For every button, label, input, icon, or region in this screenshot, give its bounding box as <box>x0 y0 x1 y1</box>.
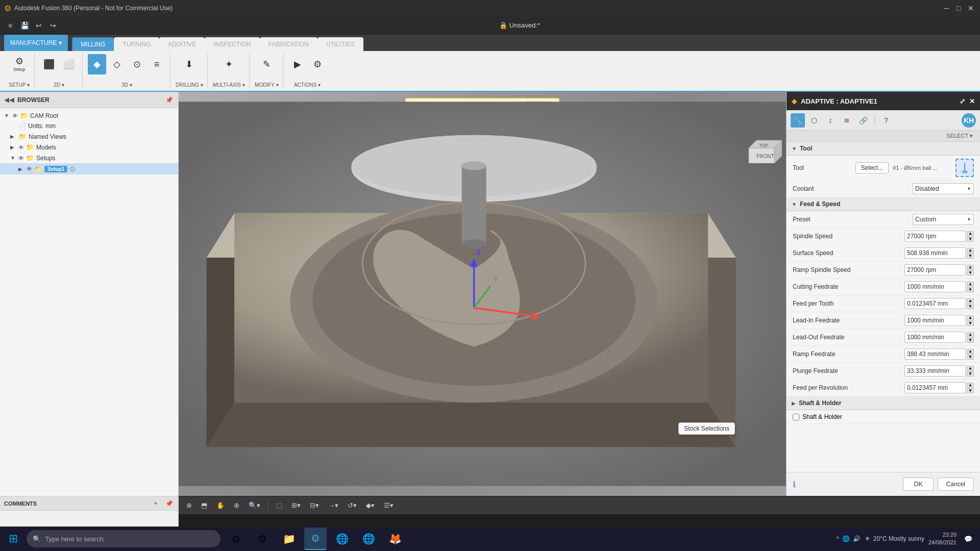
field-input-surfaceSpeed[interactable] <box>904 247 966 259</box>
multiaxis-btn[interactable]: ✦ <box>219 54 238 74</box>
spin-down-cuttingFeedrate[interactable]: ▼ <box>967 287 974 292</box>
spin-up-rampFeedrate[interactable]: ▲ <box>967 349 974 354</box>
3d-pocket-btn[interactable]: ◇ <box>108 54 126 74</box>
preset-dropdown[interactable]: Custom ▼ <box>913 214 974 225</box>
tree-item-cam-root[interactable]: ▼ 👁 📁 CAM Root <box>0 110 178 121</box>
setup-btn[interactable]: ⚙ Setup <box>10 54 29 74</box>
save-button[interactable]: 💾 <box>18 19 31 32</box>
field-input-cuttingFeedrate[interactable] <box>904 281 966 292</box>
passes-tab-btn[interactable]: ≋ <box>840 113 854 128</box>
spin-down-rampSpindleSpeed[interactable]: ▼ <box>967 270 974 276</box>
cancel-button[interactable]: Cancel <box>938 478 974 491</box>
field-input-spindleSpeed[interactable] <box>904 231 966 242</box>
drilling-btn[interactable]: ⬇ <box>180 54 199 74</box>
tree-item-models[interactable]: ▶ 👁 📁 Models <box>0 142 178 153</box>
close-button[interactable]: ✕ <box>966 3 976 13</box>
taskbar-app-chrome2[interactable]: 🌐 <box>357 528 380 550</box>
spin-down-rampFeedrate[interactable]: ▼ <box>967 355 974 360</box>
ribbon-tab-inspection[interactable]: INSPECTION <box>205 37 259 51</box>
spin-up-surfaceSpeed[interactable]: ▲ <box>967 248 974 253</box>
shaft-holder-section-header[interactable]: ▶ Shaft & Holder <box>787 396 980 410</box>
spin-up-leadInFeedrate[interactable]: ▲ <box>967 315 974 320</box>
orbit-btn[interactable]: ⬒ <box>198 499 211 512</box>
pan-btn[interactable]: ✋ <box>213 499 228 512</box>
tool-tab-btn[interactable]: 🔧 <box>791 113 805 128</box>
undo-button[interactable]: ↩ <box>33 19 45 32</box>
shaft-holder-checkbox[interactable] <box>793 414 799 420</box>
taskbar-app-chrome1[interactable]: 🌐 <box>331 528 353 550</box>
taskbar-search-box[interactable]: 🔍 Type here to search <box>27 530 220 547</box>
grid-btn[interactable]: ⊞▾ <box>288 499 304 512</box>
taskbar-app-settings[interactable]: ⚙ <box>251 528 274 550</box>
user-btn[interactable]: KH <box>962 113 976 128</box>
filter-btn[interactable]: ☰▾ <box>380 499 397 512</box>
network-icon[interactable]: 🌐 <box>842 535 850 542</box>
panel-close-icon[interactable]: ✕ <box>969 97 975 105</box>
fit-view-btn[interactable]: ⊕ <box>183 499 195 512</box>
tree-item-setup1[interactable]: ▶ 👁 📁 Setup1 ⊙ <box>0 163 178 174</box>
field-input-feedPerRevolution[interactable] <box>904 382 966 393</box>
section-btn[interactable]: →▾ <box>325 499 342 512</box>
tool-icon-preview[interactable] <box>955 159 974 177</box>
tree-item-named-views[interactable]: ▶ 📁 Named Views <box>0 131 178 142</box>
feed-speed-section-header[interactable]: ▼ Feed & Speed <box>787 197 980 211</box>
3d-adaptive-btn[interactable]: ◆ <box>88 54 106 74</box>
select-mode-btn[interactable]: ⬚ <box>273 499 286 512</box>
spin-down-surfaceSpeed[interactable]: ▼ <box>967 254 974 259</box>
refresh-btn[interactable]: ↺▾ <box>344 499 360 512</box>
spin-up-feedPerTooth[interactable]: ▲ <box>967 298 974 304</box>
maximize-button[interactable]: □ <box>953 3 964 13</box>
spin-up-rampSpindleSpeed[interactable]: ▲ <box>967 265 974 270</box>
ribbon-tab-fabrication[interactable]: FABRICATION <box>260 37 317 51</box>
tool-section-header[interactable]: ▼ Tool <box>787 142 980 156</box>
spin-down-feedPerTooth[interactable]: ▼ <box>967 304 974 309</box>
taskbar-app-foxglove[interactable]: 🦊 <box>384 528 406 550</box>
comments-add-btn[interactable]: + <box>151 498 161 509</box>
tree-item-units[interactable]: 📄 Units: mm <box>0 121 178 131</box>
taskbar-app-fusion-active[interactable]: ⚙ <box>304 528 327 550</box>
comments-pin-btn[interactable]: 📌 <box>164 498 174 509</box>
spin-up-leadOutFeedrate[interactable]: ▲ <box>967 332 974 337</box>
field-input-plungeFeedrate[interactable] <box>904 365 966 377</box>
arrow-icon[interactable]: ^ <box>836 535 839 542</box>
ribbon-tab-turning[interactable]: TURNING <box>114 37 159 51</box>
spin-up-cuttingFeedrate[interactable]: ▲ <box>967 282 974 287</box>
field-input-leadOutFeedrate[interactable] <box>904 332 966 343</box>
redo-button[interactable]: ↪ <box>47 19 59 32</box>
tool-select-button[interactable]: Select... <box>855 162 889 173</box>
view-cube[interactable]: FRONT TOP <box>741 122 782 163</box>
spin-down-plungeFeedrate[interactable]: ▼ <box>967 371 974 377</box>
ok-button[interactable]: OK <box>903 478 933 491</box>
app-menu-button[interactable]: ≡ <box>4 19 16 32</box>
ribbon-tab-utilities[interactable]: UTILITIES <box>317 37 363 51</box>
zoom-dropdown-btn[interactable]: 🔍▾ <box>245 499 264 512</box>
spin-down-leadOutFeedrate[interactable]: ▼ <box>967 338 974 343</box>
ribbon-tab-additive[interactable]: ADDITIVE <box>159 37 205 51</box>
simulate-btn[interactable]: ▶ <box>288 54 307 74</box>
material-btn[interactable]: ◆▾ <box>362 499 378 512</box>
linking-tab-btn[interactable]: 🔗 <box>856 113 870 128</box>
modify-btn[interactable]: ✎ <box>257 54 276 74</box>
browser-pin-btn[interactable]: 📌 <box>164 95 174 105</box>
help-btn[interactable]: ? <box>879 113 893 128</box>
postprocess-btn[interactable]: ⚙ <box>308 54 327 74</box>
spin-up-feedPerRevolution[interactable]: ▲ <box>967 383 974 388</box>
field-input-rampSpindleSpeed[interactable] <box>904 264 966 276</box>
2d-contour-btn[interactable]: ⬛ <box>40 54 58 74</box>
volume-icon[interactable]: 🔊 <box>853 535 861 542</box>
heights-tab-btn[interactable]: ↕ <box>823 113 838 128</box>
ribbon-tab-milling[interactable]: MILLING <box>72 37 114 51</box>
notification-btn[interactable]: 💬 <box>961 532 976 545</box>
spin-down-leadInFeedrate[interactable]: ▼ <box>967 321 974 326</box>
3d-contour-btn[interactable]: ⊙ <box>128 54 146 74</box>
snap-btn[interactable]: ⊟▾ <box>306 499 323 512</box>
field-input-feedPerTooth[interactable] <box>904 298 966 309</box>
manufacture-dropdown-btn[interactable]: MANUFACTURE ▾ <box>4 35 68 51</box>
coolant-dropdown[interactable]: Disabled ▼ <box>913 183 974 194</box>
tree-item-setups[interactable]: ▼ 👁 📁 Setups <box>0 153 178 163</box>
zoom-btn[interactable]: ⊕ <box>230 499 243 512</box>
spin-up-plungeFeedrate[interactable]: ▲ <box>967 366 974 371</box>
datetime-display[interactable]: 23:20 24/08/2021 <box>928 531 957 547</box>
spin-up-spindleSpeed[interactable]: ▲ <box>967 231 974 236</box>
minimize-button[interactable]: ─ <box>941 3 951 13</box>
